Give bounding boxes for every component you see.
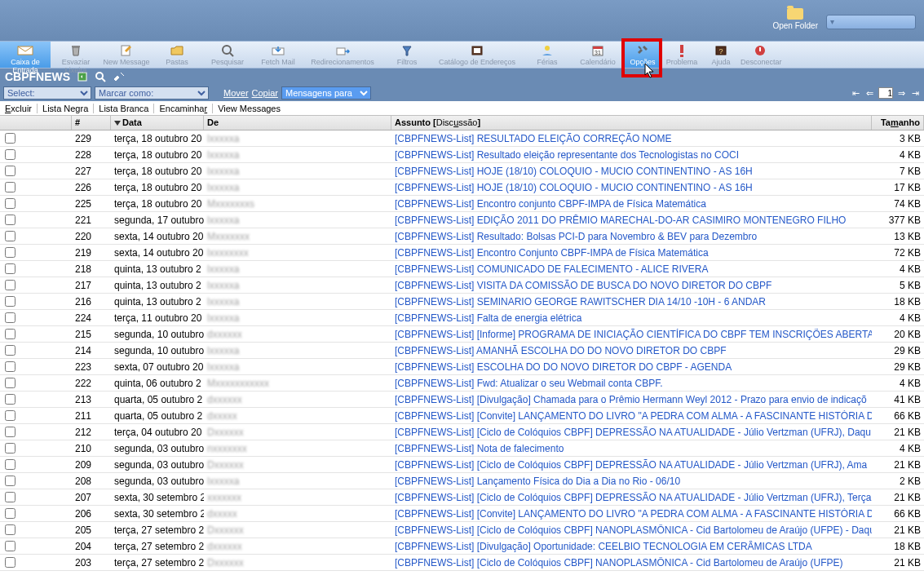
subject-link[interactable]: [CBPFNEWS-List] [Ciclo de Colóquios CBPF… <box>395 427 871 438</box>
subject-link[interactable]: [CBPFNEWS-List] Resultado eleição repres… <box>395 149 739 161</box>
table-row[interactable]: 219sexta, 14 outubro 20lxxxxxxxx[CBPFNEW… <box>0 245 924 261</box>
table-row[interactable]: 207sexta, 30 setembro 2xxxxxxx[CBPFNEWS-… <box>0 489 924 506</box>
row-checkbox[interactable] <box>5 345 15 356</box>
table-row[interactable]: 208segunda, 03 outubrolxxxxxa[CBPFNEWS-L… <box>0 473 924 489</box>
row-checkbox[interactable] <box>5 541 15 551</box>
header-date[interactable]: Data <box>111 116 204 130</box>
header-subject[interactable]: Assunto [Discussão] <box>391 116 872 130</box>
subject-link[interactable]: [CBPFNEWS-List] [Ciclo de Colóquios CBPF… <box>395 459 867 471</box>
next-page-icon[interactable]: ⇒ <box>896 88 907 99</box>
subject-link[interactable]: [CBPFNEWS-List] SEMINARIO GEORGE RAWITSC… <box>395 296 766 307</box>
header-size[interactable]: Tamanho <box>872 116 924 130</box>
toolbar-redirect[interactable]: Redirecionamentos <box>303 42 382 68</box>
toolbar-fetch[interactable]: Fetch Mail <box>253 42 303 68</box>
toolbar-trash[interactable]: Esvaziar Lixeira <box>51 42 101 68</box>
subject-link[interactable]: [CBPFNEWS-List] [Convite] LANÇAMENTO DO … <box>395 508 872 520</box>
subject-link[interactable]: [CBPFNEWS-List] [Ciclo de Colóquios CBPF… <box>395 557 843 569</box>
subject-link[interactable]: [CBPFNEWS-List] [Ciclo de Colóquios CBPF… <box>395 524 872 536</box>
table-row[interactable]: 209segunda, 03 outubroDxxxxxx[CBPFNEWS-L… <box>0 457 924 473</box>
subject-link[interactable]: [CBPFNEWS-List] [Convite] LANÇAMENTO DO … <box>395 410 872 422</box>
delete-link[interactable]: Excluir <box>0 104 38 113</box>
view-messages-link[interactable]: View Messages <box>213 104 285 113</box>
subject-link[interactable]: [CBPFNEWS-List] [Informe] PROGRAMA DE IN… <box>395 329 872 340</box>
table-row[interactable]: 216quinta, 13 outubro 2lxxxxxa[CBPFNEWS-… <box>0 294 924 310</box>
table-row[interactable]: 212terça, 04 outubro 20Dxxxxxx[CBPFNEWS-… <box>0 424 924 440</box>
table-row[interactable]: 226terça, 18 outubro 20lxxxxxa[CBPFNEWS-… <box>0 179 924 196</box>
subject-link[interactable]: [CBPFNEWS-List] RESULTADO ELEIÇÃO CORREÇ… <box>395 133 672 144</box>
row-checkbox[interactable] <box>5 443 15 453</box>
table-row[interactable]: 229terça, 18 outubro 20lxxxxxa[CBPFNEWS-… <box>0 131 924 147</box>
header-number[interactable]: # <box>72 116 111 130</box>
toolbar-help[interactable]: ?Ajuda <box>701 42 741 68</box>
table-row[interactable]: 205terça, 27 setembro 2Dxxxxxx[CBPFNEWS-… <box>0 522 924 538</box>
table-row[interactable]: 215segunda, 10 outubrodxxxxxx[CBPFNEWS-L… <box>0 326 924 343</box>
mark-as-dropdown[interactable]: Marcar como: <box>95 86 209 100</box>
table-row[interactable]: 222quinta, 06 outubro 2Mxxxxxxxxxxx[CBPF… <box>0 375 924 392</box>
row-checkbox[interactable] <box>5 492 15 502</box>
header-from[interactable]: De <box>204 116 391 130</box>
subject-link[interactable]: [CBPFNEWS-List] Encontro Conjunto CBPF-I… <box>395 247 709 259</box>
last-page-icon[interactable]: ⇥ <box>910 88 921 99</box>
toolbar-book[interactable]: Catálogo de Endereços <box>432 42 522 68</box>
row-checkbox[interactable] <box>5 215 15 225</box>
subject-link[interactable]: [CBPFNEWS-List] Falta de energia elétric… <box>395 312 581 324</box>
open-folder-button[interactable]: Open Folder <box>772 8 818 30</box>
subject-link[interactable]: [CBPFNEWS-List] EDIÇÃO 2011 DO PRÊMIO MA… <box>395 215 846 226</box>
row-checkbox[interactable] <box>5 557 15 568</box>
subject-link[interactable]: [CBPFNEWS-List] Encontro conjunto CBPF-I… <box>395 198 706 210</box>
toolbar-inbox[interactable]: Caixa de Entrada <box>0 42 51 68</box>
table-row[interactable]: 227terça, 18 outubro 20lxxxxxa[CBPFNEWS-… <box>0 163 924 179</box>
row-checkbox[interactable] <box>5 312 15 323</box>
table-row[interactable]: 217quinta, 13 outubro 2lxxxxxa[CBPFNEWS-… <box>0 277 924 294</box>
row-checkbox[interactable] <box>5 296 15 307</box>
row-checkbox[interactable] <box>5 378 15 388</box>
row-checkbox[interactable] <box>5 263 15 274</box>
row-checkbox[interactable] <box>5 231 15 241</box>
subject-link[interactable]: [CBPFNEWS-List] AMANHÃ ESCOLHA DO DO NOV… <box>395 345 727 356</box>
row-checkbox[interactable] <box>5 524 15 535</box>
row-checkbox[interactable] <box>5 198 15 209</box>
blacklist-link[interactable]: Lista Negra <box>38 104 94 113</box>
table-row[interactable]: 221segunda, 17 outubrolxxxxxa[CBPFNEWS-L… <box>0 212 924 228</box>
row-checkbox[interactable] <box>5 427 15 437</box>
move-link[interactable]: Mover <box>223 88 249 98</box>
table-row[interactable]: 206sexta, 30 setembro 2dxxxxx[CBPFNEWS-L… <box>0 506 924 522</box>
row-checkbox[interactable] <box>5 459 15 470</box>
toolbar-calendar[interactable]: 31Calendário <box>573 42 623 68</box>
forward-link[interactable]: Encaminhar <box>154 104 213 113</box>
subject-link[interactable]: [CBPFNEWS-List] Fwd: Atualizar o seu Web… <box>395 378 663 389</box>
subject-link[interactable]: [CBPFNEWS-List] Lançamento Física do Dia… <box>395 476 680 487</box>
subject-link[interactable]: [CBPFNEWS-List] Nota de falecimento <box>395 443 564 454</box>
toolbar-logout[interactable]: Desconectar <box>741 42 780 68</box>
subject-link[interactable]: [CBPFNEWS-List] [Ciclo de Colóquios CBPF… <box>395 492 871 503</box>
table-row[interactable]: 203terça, 27 setembro 2Dxxxxxx[CBPFNEWS-… <box>0 555 924 571</box>
subject-link[interactable]: [CBPFNEWS-List] [Divulgação] Chamada par… <box>395 394 867 405</box>
table-row[interactable]: 220sexta, 14 outubro 20Mxxxxxxx[CBPFNEWS… <box>0 228 924 245</box>
subject-link[interactable]: [CBPFNEWS-List] Resultado: Bolsas PCI-D … <box>395 231 757 242</box>
table-row[interactable]: 204terça, 27 setembro 2dxxxxxx[CBPFNEWS-… <box>0 538 924 555</box>
row-checkbox[interactable] <box>5 133 15 144</box>
row-checkbox[interactable] <box>5 247 15 258</box>
table-row[interactable]: 228terça, 18 outubro 20lxxxxxa[CBPFNEWS-… <box>0 147 924 163</box>
toolbar-filter[interactable]: Filtros <box>382 42 432 68</box>
toolbar-search[interactable]: Pesquisar <box>202 42 253 68</box>
toolbar-problem[interactable]: Problema <box>662 42 701 68</box>
table-row[interactable]: 211quarta, 05 outubro 2dxxxxx[CBPFNEWS-L… <box>0 408 924 424</box>
row-checkbox[interactable] <box>5 410 15 421</box>
toolbar-options[interactable]: Opções <box>623 42 662 68</box>
table-row[interactable]: 225terça, 18 outubro 20Mxxxxxxxs[CBPFNEW… <box>0 196 924 212</box>
subject-link[interactable]: [CBPFNEWS-List] [Divulgação] Oportunidad… <box>395 541 812 552</box>
table-row[interactable]: 224terça, 11 outubro 20lxxxxxa[CBPFNEWS-… <box>0 310 924 326</box>
table-row[interactable]: 218quinta, 13 outubro 2lxxxxxa[CBPFNEWS-… <box>0 261 924 277</box>
row-checkbox[interactable] <box>5 476 15 486</box>
table-row[interactable]: 214segunda, 10 outubrolxxxxxa[CBPFNEWS-L… <box>0 343 924 359</box>
first-page-icon[interactable]: ⇤ <box>851 88 861 99</box>
row-checkbox[interactable] <box>5 394 15 405</box>
row-checkbox[interactable] <box>5 149 15 160</box>
toolbar-folder[interactable]: Pastas <box>152 42 202 68</box>
row-checkbox[interactable] <box>5 329 15 339</box>
row-checkbox[interactable] <box>5 182 15 192</box>
folder-dropdown[interactable]: ▾ <box>826 15 916 29</box>
subject-link[interactable]: [CBPFNEWS-List] HOJE (18/10) COLOQUIO - … <box>395 166 753 177</box>
tools-icon[interactable] <box>113 71 126 82</box>
